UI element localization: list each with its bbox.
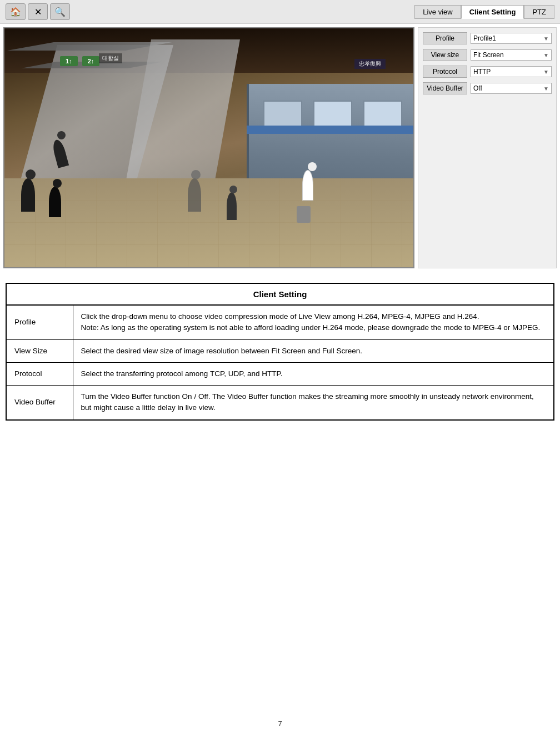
desc-profile: Click the drop-down menu to choose video… — [73, 305, 554, 339]
viewsize-label: View size — [423, 49, 467, 61]
tab-client-setting[interactable]: Client Setting — [461, 5, 524, 19]
table-row: Profile Click the drop-down menu to choo… — [6, 305, 554, 339]
tab-live-view[interactable]: Live view — [414, 5, 461, 19]
client-setting-table: Client Setting Profile Click the drop-do… — [6, 283, 554, 421]
protocol-label: Protocol — [423, 66, 467, 78]
tab-ptz[interactable]: PTZ — [524, 5, 554, 19]
profile-select[interactable]: Profile1 ▼ — [471, 33, 552, 44]
term-videobuffer: Video Buffer — [6, 386, 73, 420]
doc-section: Client Setting Profile Click the drop-do… — [6, 283, 554, 421]
videobuffer-setting-row: Video Buffer Off ▼ — [423, 82, 552, 94]
videobuffer-label: Video Buffer — [423, 82, 467, 94]
tab-group: Live view Client Setting PTZ — [414, 5, 554, 19]
protocol-setting-row: Protocol HTTP ▼ — [423, 66, 552, 78]
page-number: 7 — [0, 708, 560, 739]
desc-videobuffer: Turn the Video Buffer function On / Off.… — [73, 386, 554, 420]
viewsize-setting-row: View size Fit Screen ▼ — [423, 49, 552, 61]
profile-dropdown-arrow: ▼ — [543, 36, 549, 42]
viewsize-select[interactable]: Fit Screen ▼ — [471, 49, 552, 61]
video-panel: 1↑ 2↑ 대합실 忠孝復興 — [3, 27, 414, 268]
profile-label: Profile — [423, 32, 467, 44]
term-viewsize: View Size — [6, 339, 73, 362]
video-feed: 1↑ 2↑ 대합실 忠孝復興 — [4, 28, 413, 267]
table-row: Protocol Select the transferring protoco… — [6, 362, 554, 385]
videobuffer-dropdown-arrow: ▼ — [543, 86, 549, 92]
term-protocol: Protocol — [6, 362, 73, 385]
close-button[interactable]: ✕ — [28, 3, 48, 20]
home-button[interactable]: 🏠 — [6, 3, 26, 20]
table-row: View Size Select the desired view size o… — [6, 339, 554, 362]
settings-panel: Profile Profile1 ▼ View size Fit Screen … — [418, 27, 557, 268]
protocol-dropdown-arrow: ▼ — [543, 69, 549, 75]
protocol-select[interactable]: HTTP ▼ — [471, 66, 552, 77]
search-button[interactable]: 🔍 — [50, 3, 70, 20]
profile-setting-row: Profile Profile1 ▼ — [423, 32, 552, 44]
table-row: Video Buffer Turn the Video Buffer funct… — [6, 386, 554, 420]
term-profile: Profile — [6, 305, 73, 339]
table-title: Client Setting — [6, 283, 554, 305]
videobuffer-select[interactable]: Off ▼ — [471, 83, 552, 94]
viewsize-dropdown-arrow: ▼ — [543, 52, 549, 58]
toolbar: 🏠 ✕ 🔍 Live view Client Setting PTZ — [0, 0, 560, 24]
desc-viewsize: Select the desired view size of image re… — [73, 339, 554, 362]
desc-protocol: Select the transferring protocol among T… — [73, 362, 554, 385]
main-area: 1↑ 2↑ 대합실 忠孝復興 — [0, 24, 560, 272]
